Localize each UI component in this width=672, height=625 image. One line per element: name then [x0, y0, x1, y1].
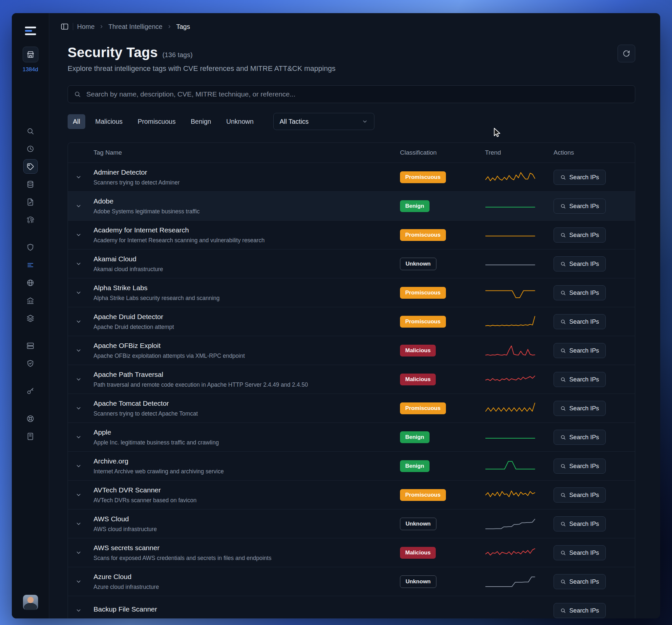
filter-tab-all[interactable]: All — [68, 114, 85, 129]
table-row[interactable]: Apache Tomcat Detector Scanners trying t… — [68, 394, 635, 422]
search-ips-button[interactable]: Search IPs — [554, 516, 606, 531]
globe-icon[interactable] — [23, 275, 38, 290]
sidebar-toggle-icon[interactable] — [61, 22, 69, 31]
classification-badge: Promiscuous — [400, 171, 446, 183]
tag-description: Internet Archive web crawling and archiv… — [94, 468, 400, 475]
journal-icon[interactable] — [23, 429, 38, 443]
search-ips-icon — [560, 579, 566, 585]
table-row[interactable]: Academy for Internet Research Academy fo… — [68, 220, 635, 249]
table-row[interactable]: Adobe Adobe Systems legitimate business … — [68, 191, 635, 220]
search-icon[interactable] — [23, 124, 38, 138]
search-ips-icon — [560, 521, 566, 527]
tag-name: Adobe — [94, 197, 400, 205]
row-expand-chevron-icon[interactable] — [71, 257, 86, 271]
row-expand-chevron-icon[interactable] — [71, 401, 86, 416]
history-icon[interactable] — [23, 141, 38, 156]
table-row[interactable]: Apache Path Traversal Path traversal and… — [68, 365, 635, 394]
row-expand-chevron-icon[interactable] — [71, 343, 86, 358]
bank-icon[interactable] — [23, 293, 38, 307]
tag-name: Apache Druid Detector — [94, 312, 400, 321]
row-expand-chevron-icon[interactable] — [71, 575, 86, 589]
workspace-icon[interactable] — [23, 47, 39, 62]
server-icon[interactable] — [23, 339, 38, 353]
search-ips-button[interactable]: Search IPs — [554, 343, 606, 358]
filter-tab-benign[interactable]: Benign — [185, 114, 216, 129]
shield-icon[interactable] — [23, 240, 38, 254]
search-ips-button[interactable]: Search IPs — [554, 256, 606, 272]
shield-check-icon[interactable] — [23, 356, 38, 371]
table-row[interactable]: Akamai Cloud Akamai cloud infrastructure… — [68, 249, 635, 278]
row-expand-chevron-icon[interactable] — [71, 285, 86, 300]
row-expand-chevron-icon[interactable] — [71, 546, 86, 560]
tags-icon[interactable] — [23, 159, 38, 173]
search-ips-button[interactable]: Search IPs — [554, 545, 606, 560]
table-row[interactable]: Apple Apple Inc. legitimate business tra… — [68, 422, 635, 452]
search-ips-button[interactable]: Search IPs — [554, 228, 606, 242]
search-ips-button[interactable]: Search IPs — [554, 170, 606, 185]
table-row[interactable]: AWS Cloud AWS cloud infrastructure Unkno… — [68, 509, 635, 538]
search-ips-icon — [560, 492, 566, 498]
table-row[interactable]: Alpha Strike Labs Alpha Strike Labs secu… — [68, 278, 635, 307]
classification-badge: Benign — [400, 431, 430, 443]
help-icon[interactable] — [23, 411, 38, 426]
search-input[interactable] — [86, 90, 629, 98]
table-row[interactable]: AWS secrets scanner Scans for exposed AW… — [68, 538, 635, 567]
breadcrumb-item-home[interactable]: Home — [77, 23, 95, 30]
search-ips-button[interactable]: Search IPs — [554, 459, 606, 474]
classification-badge: Unknown — [400, 518, 436, 530]
table-row[interactable]: Backup File Scanner Search IPs — [68, 596, 635, 619]
table-row[interactable]: Apache Druid Detector Apache Druid detec… — [68, 307, 635, 336]
table-row[interactable]: Archive.org Internet Archive web crawlin… — [68, 452, 635, 480]
row-expand-chevron-icon[interactable] — [71, 199, 86, 213]
filter-tab-promiscuous[interactable]: Promiscuous — [133, 114, 181, 129]
table-row[interactable]: Azure Cloud Azure cloud infrastructure U… — [68, 567, 635, 596]
table-row[interactable]: AVTech DVR Scanner AVTech DVRs scanner b… — [68, 480, 635, 509]
trend-sparkline — [485, 372, 535, 387]
trend-sparkline — [485, 257, 535, 271]
search-ips-button[interactable]: Search IPs — [554, 430, 606, 445]
search-ips-label: Search IPs — [569, 318, 599, 325]
table-row[interactable]: Adminer Detector Scanners trying to dete… — [68, 162, 635, 191]
fingerprint-icon[interactable] — [23, 212, 38, 227]
key-icon[interactable] — [23, 384, 38, 398]
row-expand-chevron-icon[interactable] — [71, 315, 86, 329]
database-icon[interactable] — [23, 177, 38, 191]
row-expand-chevron-icon[interactable] — [71, 228, 86, 242]
table-row[interactable]: Apache OFBiz Exploit Apache OFBiz exploi… — [68, 336, 635, 365]
tactics-dropdown[interactable]: All Tactics — [273, 113, 375, 130]
search-ips-button[interactable]: Search IPs — [554, 574, 606, 589]
classification-badge: Unknown — [400, 258, 436, 270]
feed-icon[interactable] — [23, 258, 38, 272]
search-ips-button[interactable]: Search IPs — [554, 314, 606, 329]
row-expand-chevron-icon[interactable] — [71, 459, 86, 473]
search-ips-button[interactable]: Search IPs — [554, 401, 606, 416]
row-expand-chevron-icon[interactable] — [71, 517, 86, 531]
search-ips-button[interactable]: Search IPs — [554, 372, 606, 387]
classification-badge: Promiscuous — [400, 287, 446, 299]
filter-bar: AllMaliciousPromiscuousBenignUnknown All… — [68, 113, 635, 130]
tag-description: Akamai cloud infrastructure — [94, 266, 400, 273]
layers-icon[interactable] — [23, 311, 38, 325]
tag-name: Akamai Cloud — [94, 255, 400, 263]
tags-table: Tag Name Classification Trend Actions Ad… — [68, 142, 635, 619]
row-expand-chevron-icon[interactable] — [71, 603, 86, 618]
row-expand-chevron-icon[interactable] — [71, 170, 86, 184]
search-ips-label: Search IPs — [569, 376, 599, 383]
search-ips-button[interactable]: Search IPs — [554, 487, 606, 503]
refresh-button[interactable] — [618, 45, 635, 62]
filter-tab-malicious[interactable]: Malicious — [90, 114, 128, 129]
report-icon[interactable] — [23, 195, 38, 209]
search-ips-button[interactable]: Search IPs — [554, 199, 606, 214]
sidebar: 1384d — [12, 13, 49, 619]
app-logo-icon — [24, 24, 37, 38]
trend-sparkline — [485, 488, 535, 502]
user-avatar[interactable] — [23, 595, 38, 610]
row-expand-chevron-icon[interactable] — [71, 430, 86, 444]
row-expand-chevron-icon[interactable] — [71, 488, 86, 502]
search-ips-button[interactable]: Search IPs — [554, 285, 606, 300]
main-content: HomeThreat IntelligenceTags Security Tag… — [49, 13, 660, 619]
breadcrumb-item-threat-intelligence[interactable]: Threat Intelligence — [108, 23, 162, 30]
search-ips-button[interactable]: Search IPs — [554, 603, 606, 618]
filter-tab-unknown[interactable]: Unknown — [221, 114, 259, 129]
row-expand-chevron-icon[interactable] — [71, 372, 86, 387]
